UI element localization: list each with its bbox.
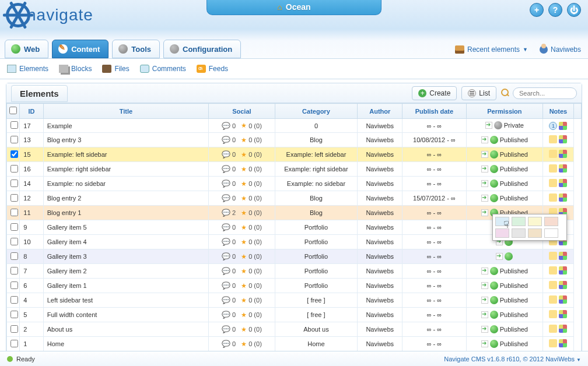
color-swatch[interactable] — [512, 217, 526, 226]
cell-notes[interactable] — [543, 191, 574, 206]
search-input[interactable] — [513, 87, 577, 99]
table-row[interactable]: 6Gallery item 1💬0 ★0 (0)PortfolioNaviweb… — [7, 279, 582, 293]
cell-notes[interactable] — [543, 293, 574, 308]
company-link[interactable]: NaviWebs — [545, 356, 575, 363]
color-grid-icon[interactable] — [559, 325, 567, 333]
color-grid-icon[interactable] — [559, 193, 567, 202]
tab-tools[interactable]: Tools — [112, 40, 160, 58]
col-author[interactable]: Author — [358, 104, 402, 119]
subnav-elements[interactable]: Elements — [7, 65, 48, 73]
table-row[interactable]: 1Home💬0 ★0 (0)HomeNaviwebs∞ - ∞ Publishe… — [7, 337, 582, 351]
color-grid-icon[interactable] — [559, 150, 567, 158]
cell-notes[interactable]: 1 — [543, 119, 574, 133]
table-row[interactable]: 15Example: left sidebar💬0 ★0 (0)Example:… — [7, 147, 582, 162]
logo[interactable]: navigate — [6, 3, 93, 27]
row-checkbox[interactable] — [10, 194, 18, 202]
version-link[interactable]: Navigate CMS v1.6.8 r610 — [444, 356, 519, 363]
row-checkbox[interactable] — [10, 136, 18, 143]
color-grid-icon[interactable] — [559, 122, 567, 130]
subnav-blocks[interactable]: Blocks — [59, 65, 92, 73]
row-checkbox[interactable] — [10, 180, 18, 187]
table-row[interactable]: 12Blog entry 2💬0 ★0 (0)BlogNaviwebs15/07… — [7, 191, 582, 206]
color-grid-icon[interactable] — [559, 252, 567, 260]
color-grid-icon[interactable] — [559, 164, 567, 173]
table-row[interactable]: 7Gallery item 2💬0 ★0 (0)PortfolioNaviweb… — [7, 264, 582, 279]
table-row[interactable]: 2About us💬0 ★0 (0)About usNaviwebs∞ - ∞ … — [7, 322, 582, 337]
create-button[interactable]: +Create — [412, 86, 457, 100]
color-swatch[interactable] — [528, 228, 542, 238]
color-swatch[interactable] — [528, 217, 542, 226]
row-checkbox[interactable] — [10, 267, 18, 274]
color-swatch[interactable] — [495, 228, 509, 238]
row-checkbox[interactable] — [10, 340, 18, 347]
cell-notes[interactable] — [543, 147, 574, 162]
power-icon[interactable]: ⏻ — [567, 3, 581, 17]
tab-content[interactable]: Content — [52, 40, 108, 58]
row-checkbox[interactable] — [10, 325, 18, 333]
subnav-files[interactable]: Files — [102, 65, 129, 73]
row-checkbox[interactable] — [10, 311, 18, 318]
row-checkbox[interactable] — [10, 165, 18, 173]
color-grid-icon[interactable] — [559, 339, 567, 347]
table-row[interactable]: 8Gallery item 3💬0 ★0 (0)PortfolioNaviweb… — [7, 249, 582, 264]
cell-notes[interactable] — [543, 279, 574, 293]
table-row[interactable]: 4Left sidebar test💬0 ★0 (0)[ free ]Naviw… — [7, 293, 582, 308]
cell-date: ∞ - ∞ — [402, 264, 466, 279]
star-icon: ★ — [241, 195, 247, 202]
row-checkbox[interactable] — [10, 296, 18, 304]
cell-notes[interactable] — [543, 133, 574, 147]
color-grid-icon[interactable] — [559, 135, 567, 143]
row-checkbox[interactable] — [10, 238, 18, 245]
row-checkbox[interactable] — [10, 150, 18, 158]
cell-notes[interactable] — [543, 177, 574, 191]
table-row[interactable]: 14Example: no sidebar💬0 ★0 (0)Example: n… — [7, 177, 582, 191]
tab-config[interactable]: Configuration — [163, 40, 241, 58]
cell-notes[interactable] — [543, 264, 574, 279]
scrollbar-track[interactable] — [573, 104, 581, 119]
scrollbar[interactable] — [573, 119, 581, 351]
cell-notes[interactable] — [543, 162, 574, 177]
cell-notes[interactable] — [543, 322, 574, 337]
tab-web[interactable]: Web — [5, 40, 48, 58]
table-row[interactable]: 13Blog entry 3💬0 ★0 (0)BlogNaviwebs10/08… — [7, 133, 582, 147]
color-grid-icon[interactable] — [559, 179, 567, 187]
col-permission[interactable]: Permission — [466, 104, 543, 119]
list-button[interactable]: List — [461, 86, 496, 100]
row-checkbox[interactable] — [10, 223, 18, 231]
col-notes[interactable]: Notes — [543, 104, 574, 119]
col-checkbox[interactable] — [7, 104, 20, 119]
cell-notes[interactable] — [543, 308, 574, 322]
subnav-comments[interactable]: Comments — [140, 65, 186, 73]
col-social[interactable]: Social — [209, 104, 275, 119]
row-checkbox[interactable] — [10, 121, 18, 129]
table-row[interactable]: 5Full width content💬0 ★0 (0)[ free ]Navi… — [7, 308, 582, 322]
table-row[interactable]: 17Example💬0 ★0 (0)0Naviwebs∞ - ∞ Private… — [7, 119, 582, 133]
arrow-icon — [481, 340, 488, 347]
col-title[interactable]: Title — [43, 104, 208, 119]
cell-notes[interactable] — [543, 337, 574, 351]
row-checkbox[interactable] — [10, 252, 18, 260]
cell-title: Gallery item 5 — [43, 220, 208, 235]
color-picker-popup[interactable]: ☟ — [492, 214, 567, 241]
color-grid-icon[interactable] — [559, 281, 567, 289]
table-row[interactable]: 16Example: right sidebar💬0 ★0 (0)Example… — [7, 162, 582, 177]
color-swatch[interactable] — [512, 228, 526, 238]
site-badge[interactable]: Ocean — [206, 0, 382, 15]
color-swatch[interactable] — [495, 217, 509, 226]
user-menu[interactable]: Naviwebs — [540, 45, 581, 54]
color-swatch[interactable] — [544, 228, 558, 238]
add-icon[interactable]: + — [530, 3, 544, 17]
row-checkbox[interactable] — [10, 209, 18, 216]
cell-notes[interactable] — [543, 249, 574, 264]
row-checkbox[interactable] — [10, 281, 18, 289]
color-grid-icon[interactable] — [559, 266, 567, 274]
help-icon[interactable]: ? — [548, 3, 562, 17]
color-grid-icon[interactable] — [559, 310, 567, 318]
col-category[interactable]: Category — [275, 104, 358, 119]
color-grid-icon[interactable] — [559, 295, 567, 304]
color-swatch[interactable] — [544, 217, 558, 226]
col-id[interactable]: ID — [20, 104, 43, 119]
recent-elements-dropdown[interactable]: Recent elements▼ — [455, 45, 528, 54]
subnav-feeds[interactable]: ෧Feeds — [197, 65, 228, 73]
col-publish[interactable]: Publish date — [402, 104, 466, 119]
